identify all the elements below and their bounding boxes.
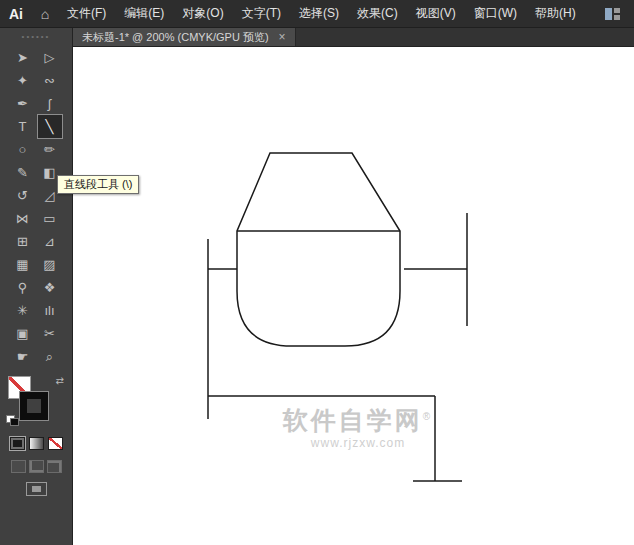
none-button[interactable] — [48, 437, 63, 450]
tabbar: 未标题-1* @ 200% (CMYK/GPU 预览) × — [73, 28, 634, 47]
tool-pen[interactable]: ✒ — [11, 92, 35, 115]
tool-mesh[interactable]: ▦ — [11, 253, 35, 276]
tool-tooltip: 直线段工具 (\) — [57, 175, 139, 194]
tool-ellipse[interactable]: ○ — [11, 138, 35, 161]
screen-mode-icon — [32, 486, 41, 492]
menu-select[interactable]: 选择(S) — [290, 0, 348, 27]
menu-type[interactable]: 文字(T) — [233, 0, 290, 27]
draw-behind-button[interactable] — [29, 460, 44, 473]
workspace-icon-right — [614, 8, 620, 20]
tool-eyedropper[interactable]: ⚲ — [11, 276, 35, 299]
canvas[interactable]: 软件自学网® www.rjzxw.com — [73, 47, 634, 545]
draw-inside-button[interactable] — [47, 460, 62, 473]
menu-object[interactable]: 对象(O) — [173, 0, 232, 27]
tool-paintbrush[interactable]: ✏ — [38, 138, 62, 161]
menu-edit[interactable]: 编辑(E) — [115, 0, 173, 27]
tool-lasso[interactable]: ∾ — [38, 69, 62, 92]
menubar: Ai ⌂ 文件(F)编辑(E)对象(O)文字(T)选择(S)效果(C)视图(V)… — [0, 0, 634, 28]
menu-help[interactable]: 帮助(H) — [526, 0, 585, 27]
art-mixer-drum — [237, 153, 400, 346]
panel-grip[interactable]: •••••• — [0, 28, 72, 44]
tool-magic-wand[interactable]: ✦ — [11, 69, 35, 92]
menu-window[interactable]: 窗口(W) — [465, 0, 526, 27]
fill-stroke-widget: ⇄ — [6, 376, 66, 428]
gradient-button[interactable] — [29, 437, 44, 450]
tool-symbol-sprayer[interactable]: ✳ — [11, 299, 35, 322]
tools-panel: •••••• ➤▷✦∾✒ʃT╲○✏✎◧↺◿⋈▭⊞⊿▦▨⚲❖✳ılı▣✂☛⌕ ⇄ — [0, 28, 73, 545]
draw-mode-buttons — [11, 460, 62, 473]
artwork — [73, 47, 634, 545]
color-button[interactable] — [10, 437, 25, 450]
app-logo: Ai — [0, 6, 32, 22]
menu-effect[interactable]: 效果(C) — [348, 0, 407, 27]
menu-file[interactable]: 文件(F) — [58, 0, 115, 27]
screen-mode-button[interactable] — [26, 482, 47, 496]
menu-items: 文件(F)编辑(E)对象(O)文字(T)选择(S)效果(C)视图(V)窗口(W)… — [58, 0, 585, 27]
home-icon[interactable]: ⌂ — [32, 6, 58, 22]
tool-rotate[interactable]: ↺ — [11, 184, 35, 207]
tab-close-icon[interactable]: × — [279, 31, 286, 43]
tool-curvature[interactable]: ʃ — [38, 92, 62, 115]
tool-shape-builder[interactable]: ⊞ — [11, 230, 35, 253]
tool-zoom[interactable]: ⌕ — [38, 345, 62, 368]
menu-view[interactable]: 视图(V) — [407, 0, 465, 27]
tool-type[interactable]: T — [11, 115, 35, 138]
document-tab-title: 未标题-1* @ 200% (CMYK/GPU 预览) — [82, 30, 269, 45]
tool-pencil[interactable]: ✎ — [11, 161, 35, 184]
tool-column-graph[interactable]: ılı — [38, 299, 62, 322]
tool-artboard[interactable]: ▣ — [11, 322, 35, 345]
tool-blend[interactable]: ❖ — [38, 276, 62, 299]
document-tab[interactable]: 未标题-1* @ 200% (CMYK/GPU 预览) × — [73, 28, 296, 46]
tool-direct-selection[interactable]: ▷ — [38, 46, 62, 69]
tool-free-transform[interactable]: ▭ — [38, 207, 62, 230]
workspace-icon-left — [605, 8, 612, 20]
illustrator-window: Ai ⌂ 文件(F)编辑(E)对象(O)文字(T)选择(S)效果(C)视图(V)… — [0, 0, 634, 545]
tool-selection[interactable]: ➤ — [11, 46, 35, 69]
tool-slice[interactable]: ✂ — [38, 322, 62, 345]
default-stroke-square — [10, 418, 19, 426]
tool-gradient[interactable]: ▨ — [38, 253, 62, 276]
workspace-switcher-icon[interactable] — [605, 8, 620, 20]
draw-normal-button[interactable] — [11, 460, 26, 473]
tool-grid: ➤▷✦∾✒ʃT╲○✏✎◧↺◿⋈▭⊞⊿▦▨⚲❖✳ılı▣✂☛⌕ — [11, 46, 62, 368]
tool-line-segment[interactable]: ╲ — [38, 115, 62, 138]
tool-width[interactable]: ⋈ — [11, 207, 35, 230]
swap-fill-stroke-icon[interactable]: ⇄ — [56, 376, 64, 386]
tool-hand[interactable]: ☛ — [11, 345, 35, 368]
tool-perspective-grid[interactable]: ⊿ — [38, 230, 62, 253]
color-type-buttons — [10, 437, 63, 450]
default-fill-stroke-icon[interactable] — [6, 415, 19, 426]
stroke-swatch-black[interactable] — [20, 392, 48, 420]
